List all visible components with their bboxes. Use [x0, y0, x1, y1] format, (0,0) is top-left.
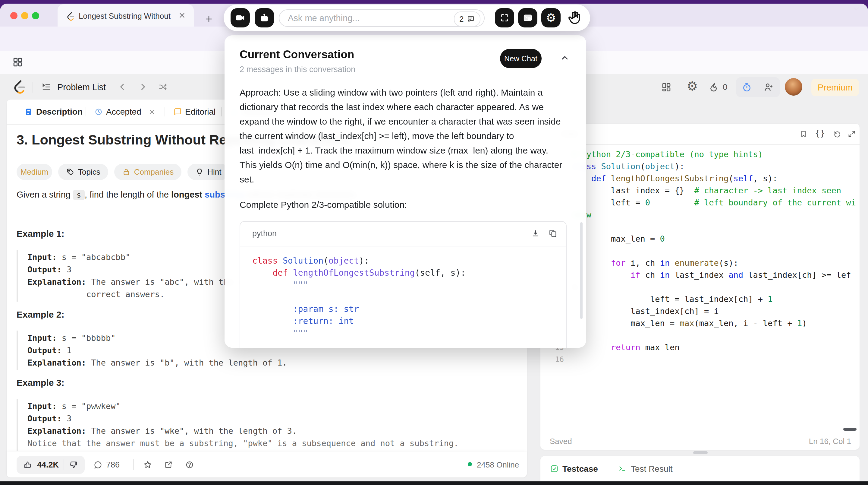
problem-list-link[interactable]: Problem List: [57, 82, 106, 92]
example-2-heading: Example 2:: [17, 310, 64, 320]
copy-code-icon[interactable]: [549, 229, 558, 238]
assistant-message-approach: Approach: Use a sliding window with two …: [240, 85, 567, 187]
video-camera-icon: [235, 13, 245, 23]
ai-agent-button[interactable]: [255, 8, 274, 27]
favorite-star-icon[interactable]: [143, 460, 153, 469]
topics-badge[interactable]: Topics: [58, 164, 108, 180]
collaborate-icon[interactable]: [763, 82, 774, 93]
expand-editor-icon[interactable]: [847, 130, 856, 138]
prev-problem-button[interactable]: [118, 82, 127, 92]
window-bottom-edge: [0, 481, 868, 485]
conversation-subtitle: 2 messages in this conversation: [240, 65, 355, 74]
difficulty-badge[interactable]: Medium: [17, 164, 52, 180]
lightbulb-icon: [195, 168, 204, 176]
reset-code-icon[interactable]: [833, 130, 841, 138]
collapse-chevron-up-icon[interactable]: [560, 53, 570, 63]
assistant-code-block[interactable]: class Solution(object): def lengthOfLong…: [252, 255, 541, 348]
fullscreen-button[interactable]: [495, 8, 514, 27]
assistant-settings-button[interactable]: ⚙: [541, 8, 561, 27]
likes-count: 44.2K: [37, 460, 59, 469]
new-tab-button[interactable]: [204, 15, 213, 24]
download-code-icon[interactable]: [531, 229, 540, 238]
chevron-down-icon[interactable]: [852, 4, 861, 13]
tag-icon: [66, 168, 74, 176]
screen-record-button[interactable]: [230, 8, 250, 27]
zoom-window-button[interactable]: [32, 12, 39, 19]
comments-icon[interactable]: [93, 460, 102, 469]
example-3-block: Input: s = "pwwkew" Output: 3 Explanatio…: [17, 399, 498, 451]
conversation-count-badge[interactable]: 2: [454, 11, 480, 27]
premium-badge[interactable]: Premium: [811, 79, 859, 96]
leetcode-logo[interactable]: [10, 78, 27, 94]
picture-in-picture-icon: [523, 13, 532, 23]
comments-count: 786: [106, 460, 120, 469]
tab-test-result[interactable]: Test Result: [631, 464, 673, 474]
vote-pill: 44.2K: [17, 456, 85, 474]
conversation-scrollbar[interactable]: [580, 222, 583, 319]
minimize-window-button[interactable]: [21, 12, 28, 19]
streak-count: 0: [723, 82, 727, 92]
help-icon[interactable]: [185, 460, 194, 469]
panel-resize-handle[interactable]: [693, 451, 708, 454]
accepted-history-icon: [94, 107, 103, 116]
problem-list-icon[interactable]: [41, 82, 52, 93]
timer-session-pill: [736, 77, 780, 97]
description-icon: [24, 107, 33, 116]
browser-tab[interactable]: Longest Substring Without Re: [58, 4, 194, 27]
example-1-heading: Example 1:: [17, 229, 64, 239]
editorial-book-icon: [173, 107, 182, 116]
hint-badge[interactable]: Hint: [187, 164, 229, 180]
grab-hand-icon[interactable]: [567, 9, 583, 26]
tab-description[interactable]: Description: [36, 107, 83, 117]
share-icon[interactable]: [164, 460, 173, 469]
format-braces-icon[interactable]: {}: [815, 129, 825, 138]
timer-icon[interactable]: [741, 82, 752, 93]
online-count: 2458 Online: [477, 460, 519, 469]
code-editor-panel: Auto {} 1# Python 2/3-compatible (no typ…: [540, 124, 860, 450]
editor-cursor-position[interactable]: Ln 16, Col 1: [809, 437, 851, 446]
testcase-panel: Testcase Test Result: [540, 456, 860, 485]
dashboard-icon[interactable]: [661, 81, 672, 93]
conversation-title: Current Conversation: [240, 48, 354, 61]
new-chat-button[interactable]: New Chat: [500, 49, 541, 68]
tab-testcase[interactable]: Testcase: [562, 464, 598, 474]
online-dot: [468, 462, 472, 466]
vote-divider: [64, 459, 64, 470]
example-3-heading: Example 3:: [17, 378, 64, 388]
assistant-message-intro: Complete Python 2/3-compatible solution:: [240, 198, 567, 212]
code-language-label: python: [252, 229, 277, 238]
close-window-button[interactable]: [10, 12, 18, 19]
pill-divider: [758, 80, 758, 94]
tab-accepted[interactable]: Accepted: [106, 107, 141, 117]
editor-scrollbar-thumb[interactable]: [843, 428, 857, 431]
conversation-panel: Current Conversation 2 messages in this …: [224, 35, 586, 348]
settings-gear-icon[interactable]: ⚙: [687, 80, 698, 93]
companies-badge[interactable]: Companies: [114, 164, 182, 180]
random-problem-button[interactable]: [158, 82, 167, 92]
thumbs-down-icon[interactable]: [69, 460, 78, 469]
tab-close-icon[interactable]: [178, 11, 186, 19]
lock-icon: [122, 168, 130, 176]
fullscreen-corners-icon: [500, 13, 509, 23]
assistant-toolbar: 2 ⚙: [224, 4, 590, 31]
bookmark-icon[interactable]: [799, 130, 808, 138]
user-avatar[interactable]: [785, 78, 802, 95]
thumbs-up-icon[interactable]: [23, 460, 32, 469]
tab-title: Longest Substring Without Re: [79, 11, 172, 21]
editor-header: Auto {}: [540, 124, 860, 145]
chat-bubble-icon: [467, 15, 475, 23]
tab-editorial[interactable]: Editorial: [185, 107, 216, 117]
streak-flame-icon[interactable]: [709, 81, 720, 92]
close-accepted-tab-icon[interactable]: [148, 108, 156, 116]
apps-grid-icon[interactable]: [12, 56, 24, 68]
leetcode-favicon: [65, 11, 75, 21]
gear-icon: ⚙: [546, 12, 556, 24]
editor-code-area[interactable]: 1# Python 2/3-compatible (no type hints)…: [540, 148, 860, 433]
problem-footer-bar: 44.2K 786 2458 Online: [7, 452, 527, 478]
inline-code-s: s: [73, 190, 85, 200]
next-problem-button[interactable]: [138, 82, 148, 92]
assistant-code-card: python class Solution(object): def lengt…: [240, 221, 567, 348]
badges-row: Medium Topics Companies Hint: [17, 164, 229, 180]
editor-save-status: Saved: [550, 437, 572, 446]
picture-in-picture-button[interactable]: [518, 8, 537, 27]
